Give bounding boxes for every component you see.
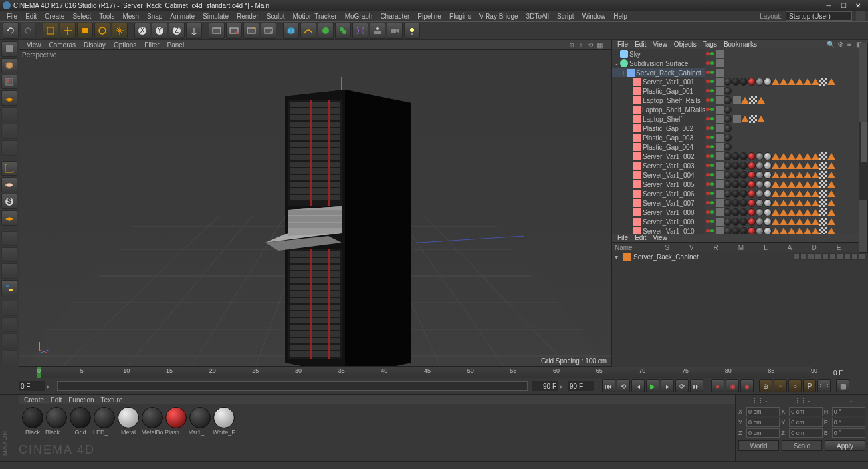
menu-file[interactable]: File [3, 13, 21, 20]
viewmenu-options[interactable]: Options [114, 41, 136, 49]
key-pos-button[interactable]: ⊕ [759, 379, 772, 392]
render-settings-button[interactable] [261, 23, 276, 39]
record-button[interactable]: ● [711, 379, 724, 392]
vtab-attributes[interactable] [859, 200, 868, 253]
key-options-button[interactable]: ⋮⋮ [817, 379, 831, 392]
viewmenu-view[interactable]: View [27, 41, 41, 49]
viewport-nav-icon-0[interactable]: ⊕ [568, 41, 576, 49]
tweak-button[interactable] [1, 231, 17, 246]
menu-animate[interactable]: Animate [166, 13, 199, 20]
timeline-layout-button[interactable]: ▤ [836, 379, 849, 392]
material-plastic_e[interactable]: Plastic_E [165, 407, 187, 436]
size-x-input[interactable]: 0 cm [789, 407, 822, 416]
obj-row-server-var1-003[interactable]: Server_Var1_003 [612, 161, 705, 170]
x-axis-button[interactable]: X [134, 23, 150, 39]
object-manager[interactable]: -Sky-Subdivision Surface+Server_Rack_Cab… [612, 49, 868, 234]
menu-mograph[interactable]: MoGraph [341, 13, 377, 20]
y-axis-button[interactable]: Y [152, 23, 167, 39]
next-key-button[interactable]: ⟳ [675, 379, 689, 392]
add-camera-button[interactable] [387, 23, 403, 39]
normals-button[interactable] [1, 263, 17, 279]
matmenu-create[interactable]: Create [24, 396, 44, 404]
viewport-nav-icon-3[interactable]: ▦ [596, 41, 603, 49]
material-black[interactable]: Black [21, 407, 44, 436]
material-metalbo[interactable]: MetalBo [141, 407, 163, 436]
matmenu-texture[interactable]: Texture [101, 396, 123, 404]
material-var1_pla[interactable]: Var1_Pla [189, 407, 211, 436]
add-environment-button[interactable] [370, 23, 385, 39]
obj-row-server-var1-008[interactable]: Server_Var1_008 [612, 208, 705, 217]
menu-snap[interactable]: Snap [143, 13, 166, 20]
pos-y-input[interactable]: 0 cm [746, 418, 780, 427]
start-frame-input[interactable]: 0 F [19, 381, 45, 391]
scale-button[interactable] [77, 23, 93, 39]
keyframe-button[interactable]: ◆ [740, 379, 754, 392]
layout-icon[interactable] [856, 11, 865, 21]
menu-v-ray-bridge[interactable]: V-Ray Bridge [475, 13, 522, 20]
obj-panel-icon-2[interactable]: ≡ [845, 41, 853, 49]
obj-row-laptop-shelf-mrails[interactable]: Laptop_Shelf_MRails [612, 105, 705, 114]
last-tool-button[interactable] [112, 23, 128, 39]
obj-row-server-var1-004[interactable]: Server_Var1_004 [612, 170, 705, 180]
menu-help[interactable]: Help [609, 13, 631, 20]
coord-scale-combo[interactable]: Scale [782, 440, 822, 451]
viewport[interactable]: Perspective [19, 49, 611, 367]
menu-tools[interactable]: Tools [95, 13, 118, 20]
obj-panel-icon-0[interactable]: 🔍 [827, 41, 835, 49]
material-white_f[interactable]: White_F [213, 407, 235, 436]
obj-row-server-var1-007[interactable]: Server_Var1_007 [612, 198, 705, 208]
obj-row-server-var1-005[interactable]: Server_Var1_005 [612, 180, 705, 189]
material-grid[interactable]: Grid [69, 407, 92, 436]
objmenu-objects[interactable]: Objects [674, 41, 697, 48]
pos-z-input[interactable]: 0 cm [746, 428, 780, 438]
render-region-button[interactable] [226, 23, 242, 39]
viewport-nav-icon-2[interactable]: ⟲ [586, 41, 594, 49]
obj-row-laptop-shelf-rails[interactable]: Laptop_Shelf_Rails [612, 96, 705, 105]
minimize-button[interactable]: ─ [821, 1, 836, 10]
rotate-button[interactable] [94, 23, 110, 39]
undo-button[interactable] [3, 23, 19, 39]
menu-sculpt[interactable]: Sculpt [263, 13, 289, 20]
menu-plugins[interactable]: Plugins [445, 13, 475, 20]
model-mode-button[interactable] [1, 58, 17, 73]
material-black_m[interactable]: Black_M [45, 407, 68, 436]
pos-x-input[interactable]: 0 cm [746, 407, 780, 416]
objmenu-edit[interactable]: Edit [635, 41, 646, 48]
add-spline-button[interactable] [300, 23, 316, 39]
obj-row-plastic-gap-004[interactable]: Plastic_Gap_004 [612, 142, 705, 152]
obj-row-server-var1-001[interactable]: Server_Var1_001 [612, 77, 705, 86]
objmenu-file[interactable]: File [617, 41, 628, 48]
goto-end-button[interactable]: ⏭ [690, 379, 703, 392]
menu-motion-tracker[interactable]: Motion Tracker [289, 13, 341, 20]
slider-end-input[interactable]: 90 F [532, 381, 558, 391]
polygon-mode-button[interactable] [1, 140, 17, 156]
obj-row-sky[interactable]: -Sky [612, 49, 705, 59]
coord-apply-button[interactable]: Apply [825, 440, 865, 451]
viewmenu-cameras[interactable]: Cameras [49, 41, 76, 49]
obj-row-plastic-gap-001[interactable]: Plastic_Gap_001 [612, 86, 705, 96]
viewmenu-display[interactable]: Display [84, 41, 106, 49]
make-editable-button[interactable] [1, 41, 17, 57]
objmenu-bookmarks[interactable]: Bookmarks [724, 41, 757, 48]
menu-edit[interactable]: Edit [21, 13, 41, 20]
autokey-button[interactable]: ◉ [726, 379, 739, 392]
end-frame-input[interactable]: 90 F [568, 381, 594, 391]
viewmenu-filter[interactable]: Filter [144, 41, 159, 49]
obj-row-server-var1-002[interactable]: Server_Var1_002 [612, 152, 705, 161]
live-select-button[interactable] [43, 23, 58, 39]
attr-item-row[interactable]: ▾ Server_Rack_Cabinet [612, 252, 868, 261]
menu-window[interactable]: Window [578, 13, 610, 20]
move-button[interactable] [60, 23, 76, 39]
locked-workplane-button[interactable] [1, 210, 17, 226]
obj-row-plastic-gap-002[interactable]: Plastic_Gap_002 [612, 124, 705, 133]
key-scale-button[interactable]: ▫ [774, 379, 787, 392]
add-light-button[interactable] [404, 23, 420, 39]
snap-button[interactable]: S [1, 194, 17, 209]
workplane-mode-button[interactable] [1, 90, 17, 106]
size-z-input[interactable]: 0 cm [789, 428, 822, 438]
menu-simulate[interactable]: Simulate [199, 13, 233, 20]
viewmenu-panel[interactable]: Panel [167, 41, 185, 49]
obj-row-server-var1-006[interactable]: Server_Var1_006 [612, 189, 705, 198]
redo-button[interactable] [20, 23, 36, 39]
attrmenu-edit[interactable]: Edit [635, 234, 646, 241]
